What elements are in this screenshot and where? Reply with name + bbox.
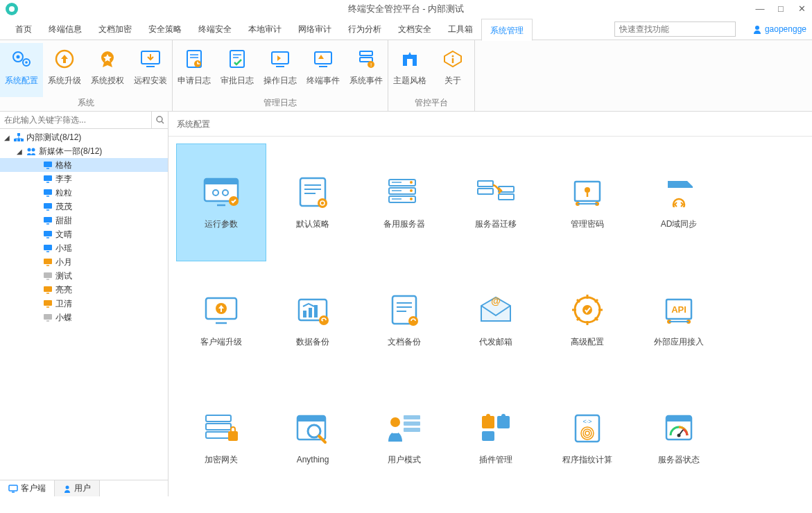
- tab-client-label: 客户端: [21, 482, 46, 494]
- ribbon-system-event[interactable]: !系统事件: [345, 43, 388, 97]
- tile-plugin[interactable]: 插件管理: [451, 379, 541, 497]
- close-button[interactable]: ✕: [791, 0, 812, 18]
- svg-rect-49: [44, 245, 52, 250]
- tree-node[interactable]: 测试: [0, 269, 168, 283]
- pc-icon: [43, 271, 53, 281]
- svg-rect-20: [360, 51, 372, 55]
- tile-doc-backup[interactable]: 文档备份: [359, 261, 449, 379]
- tile-server-migrate[interactable]: 服务器迁移: [451, 144, 541, 261]
- pc-icon: [43, 202, 53, 211]
- tile-backup-server[interactable]: 备用服务器: [359, 144, 449, 261]
- svg-rect-43: [44, 203, 52, 209]
- tree-node-label: 卫清: [55, 298, 72, 310]
- ribbon-gears[interactable]: 系统配置: [0, 43, 43, 97]
- svg-rect-86: [478, 189, 493, 194]
- ribbon-approve-log[interactable]: 审批日志: [216, 43, 259, 97]
- tree-node[interactable]: 李李: [0, 172, 168, 186]
- tile-label: 高级配置: [571, 336, 604, 348]
- tile-fingerprint[interactable]: <·>程序指纹计算: [542, 379, 632, 497]
- ribbon-badge[interactable]: 系统授权: [86, 43, 129, 97]
- tree-node[interactable]: 文晴: [0, 227, 168, 241]
- ribbon-theme[interactable]: 主题风格: [388, 43, 431, 97]
- user-badge[interactable]: gaopengge: [752, 24, 806, 34]
- tree-node-label: 亮亮: [55, 284, 72, 296]
- tile-anything[interactable]: Anything: [268, 379, 358, 497]
- tree-node[interactable]: 小月: [0, 255, 168, 269]
- tile-run-params[interactable]: 运行参数: [176, 144, 266, 261]
- filter-search-button[interactable]: [151, 112, 168, 128]
- maximize-button[interactable]: □: [770, 0, 791, 18]
- tree-node-label: 茂茂: [55, 201, 72, 213]
- svg-text:!: !: [370, 62, 372, 68]
- tree-node[interactable]: 格格: [0, 158, 168, 172]
- tree-node-label: 小瑶: [55, 243, 72, 254]
- tile-label: 外部应用接入: [654, 336, 704, 348]
- menu-item-0[interactable]: 首页: [7, 18, 40, 40]
- menu-bar: 首页终端信息文档加密安全策略终端安全本地审计网络审计行为分析文档安全工具箱系统管…: [0, 18, 812, 40]
- menu-item-10[interactable]: 系统管理: [481, 19, 533, 41]
- menu-item-9[interactable]: 工具箱: [440, 18, 481, 40]
- menu-item-1[interactable]: 终端信息: [40, 18, 90, 40]
- tab-user[interactable]: 用户: [55, 480, 100, 496]
- tile-ad-sync[interactable]: AD域同步: [634, 144, 724, 261]
- admin-password-icon: [565, 175, 610, 209]
- svg-rect-145: [494, 421, 497, 424]
- title-bar: 终端安全管控平台 - 内部测试 — □ ✕: [0, 0, 812, 18]
- ribbon-install[interactable]: 远程安装: [129, 43, 172, 97]
- tile-client-upgrade[interactable]: 客户端升级: [176, 261, 266, 379]
- tree-node[interactable]: 亮亮: [0, 283, 168, 297]
- ribbon-group-title: 管控平台: [388, 97, 474, 111]
- ribbon-apply-log[interactable]: 申请日志: [173, 43, 216, 97]
- menu-item-2[interactable]: 文档加密: [90, 18, 140, 40]
- menu-item-3[interactable]: 安全策略: [140, 18, 190, 40]
- ribbon-operate-log[interactable]: 操作日志: [259, 43, 302, 97]
- svg-rect-104: [314, 305, 318, 318]
- tile-label: 程序指纹计算: [562, 454, 612, 466]
- tile-label: 备用服务器: [383, 218, 425, 230]
- tile-admin-password[interactable]: 管理密码: [542, 144, 632, 261]
- tile-external-api[interactable]: API外部应用接入: [634, 261, 724, 379]
- approve-log-icon: [225, 47, 249, 71]
- tile-label: 管理密码: [571, 218, 604, 230]
- tree-group[interactable]: ◢新媒体一部(8/12): [0, 144, 168, 158]
- tree-node[interactable]: 茂茂: [0, 200, 168, 214]
- system-event-icon: !: [354, 47, 378, 71]
- pc-icon: [43, 257, 53, 267]
- tree-node[interactable]: 卫清: [0, 297, 168, 311]
- tile-label: AD域同步: [661, 218, 698, 230]
- minimize-button[interactable]: —: [750, 0, 770, 18]
- menu-item-4[interactable]: 终端安全: [190, 18, 240, 40]
- menu-item-5[interactable]: 本地审计: [240, 18, 290, 40]
- svg-rect-135: [404, 415, 420, 419]
- menu-item-7[interactable]: 行为分析: [340, 18, 390, 40]
- svg-rect-88: [499, 194, 514, 200]
- tile-advanced-config[interactable]: 高级配置: [542, 261, 632, 379]
- search-input[interactable]: [614, 21, 736, 37]
- ribbon: 系统配置系统升级系统授权远程安装系统申请日志审批日志操作日志终端事件!系统事件管…: [0, 40, 812, 112]
- tree-root[interactable]: ◢内部测试(8/12): [0, 130, 168, 144]
- tile-user-mode[interactable]: 用户模式: [359, 379, 449, 497]
- tree-node[interactable]: 粒粒: [0, 186, 168, 200]
- theme-icon: [398, 47, 422, 71]
- tile-encrypt-gateway[interactable]: 加密网关: [176, 379, 266, 497]
- filter-input[interactable]: [0, 112, 151, 128]
- tile-server-status[interactable]: 服务器状态: [634, 379, 724, 497]
- ribbon-about[interactable]: 关于: [431, 43, 474, 97]
- tree-node[interactable]: 小瑶: [0, 241, 168, 255]
- svg-point-36: [32, 148, 35, 152]
- tab-client[interactable]: 客户端: [0, 480, 55, 496]
- ribbon-upgrade[interactable]: 系统升级: [43, 43, 86, 97]
- tile-mail[interactable]: @代发邮箱: [451, 261, 541, 379]
- tile-data-backup[interactable]: 数据备份: [268, 261, 358, 379]
- tree-node[interactable]: 小蝶: [0, 311, 168, 324]
- main-area: ◢内部测试(8/12)◢新媒体一部(8/12)格格李李粒粒茂茂甜甜文晴小瑶小月测…: [0, 112, 812, 496]
- menu-item-6[interactable]: 网络审计: [290, 18, 340, 40]
- tree-node[interactable]: 甜甜: [0, 214, 168, 227]
- ribbon-label: 操作日志: [264, 75, 297, 87]
- svg-rect-51: [44, 259, 52, 264]
- tile-default-policy[interactable]: 默认策略: [268, 144, 358, 261]
- client-upgrade-icon: [199, 293, 243, 327]
- ribbon-terminal-event[interactable]: 终端事件: [302, 43, 345, 97]
- svg-rect-30: [14, 139, 17, 141]
- menu-item-8[interactable]: 文档安全: [390, 18, 440, 40]
